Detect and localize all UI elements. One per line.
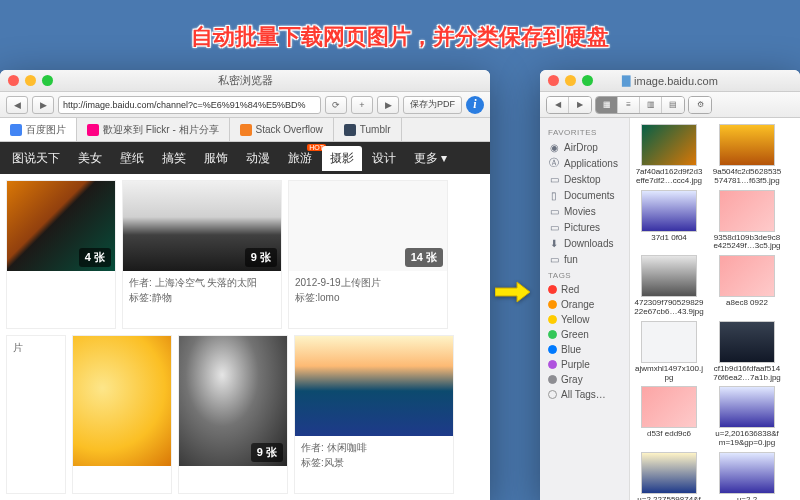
close-icon[interactable] [548, 75, 559, 86]
back-button[interactable]: ◀ [6, 96, 28, 114]
arrow-icon [495, 280, 530, 304]
sidebar-item-pictures[interactable]: ▭Pictures [544, 219, 625, 235]
card-meta: 片 [7, 336, 65, 359]
gallery-card[interactable]: 4 张 [6, 180, 116, 329]
sidebar-item-applications[interactable]: ⒶApplications [544, 155, 625, 171]
tag-item[interactable]: Orange [544, 297, 625, 312]
sidebar-item-downloads[interactable]: ⬇Downloads [544, 235, 625, 251]
file-name: d53f edd9c6 [634, 430, 704, 439]
url-field[interactable]: http://image.baidu.com/channel?c=%E6%91%… [58, 96, 321, 114]
cat-item[interactable]: 美女 [70, 146, 110, 171]
favicon-icon [240, 124, 252, 136]
file-item[interactable]: 9a504fc2d5628535574781…f63f5.jpg [712, 124, 782, 186]
file-thumbnail [719, 386, 775, 428]
forward-button[interactable]: ▶ [32, 96, 54, 114]
tab-tumblr[interactable]: Tumblr [334, 118, 402, 141]
count-badge: 4 张 [79, 248, 111, 267]
sidebar-item-airdrop[interactable]: ◉AirDrop [544, 139, 625, 155]
sidebar-item-movies[interactable]: ▭Movies [544, 203, 625, 219]
cat-item[interactable]: 服饰 [196, 146, 236, 171]
cat-item[interactable]: 动漫 [238, 146, 278, 171]
arrange-segment[interactable]: ⚙ [688, 96, 712, 114]
zoom-icon[interactable] [582, 75, 593, 86]
file-item[interactable]: u=2,227559874&fm=19&gp=0.jpg [634, 452, 704, 500]
info-icon[interactable]: i [466, 96, 484, 114]
gallery-card[interactable]: 片 [6, 335, 66, 494]
cat-item[interactable]: 搞笑 [154, 146, 194, 171]
tag-dot-icon [548, 315, 557, 324]
tab-label: Stack Overflow [256, 124, 323, 135]
forward-icon[interactable]: ▶ [569, 97, 591, 113]
sidebar-item-fun[interactable]: ▭fun [544, 251, 625, 267]
thumbnail [295, 336, 453, 436]
finder-sidebar: FAVORITES ◉AirDrop ⒶApplications ▭Deskto… [540, 118, 630, 500]
gallery-card[interactable]: 14 张 2012-9-19上传图片标签:lomo [288, 180, 448, 329]
downloads-icon: ⬇ [548, 237, 560, 249]
gallery-card[interactable]: 9 张 [178, 335, 288, 494]
sidebar-item-documents[interactable]: ▯Documents [544, 187, 625, 203]
tag-item[interactable]: Green [544, 327, 625, 342]
close-icon[interactable] [8, 75, 19, 86]
file-item[interactable]: cf1b9d16fdfaaf51476f6ea2…7a1b.jpg [712, 321, 782, 383]
tag-item[interactable]: Red [544, 282, 625, 297]
thumbnail: 14 张 [289, 181, 447, 271]
cat-item[interactable]: 壁纸 [112, 146, 152, 171]
tab-baidu[interactable]: 百度图片 [0, 118, 77, 141]
favicon-icon [87, 124, 99, 136]
view-segment[interactable]: ▦≡▥▤ [595, 96, 685, 114]
file-item[interactable]: d53f edd9c6 [634, 386, 704, 448]
reload-button[interactable]: ⟳ [325, 96, 347, 114]
favicon-icon [10, 124, 22, 136]
file-item[interactable]: 7af40ad162d9f2d3effe7df2…ccc4.jpg [634, 124, 704, 186]
arrange-icon[interactable]: ⚙ [689, 97, 711, 113]
file-item[interactable]: a8ec8 0922 [712, 255, 782, 317]
tag-item[interactable]: Blue [544, 342, 625, 357]
cat-item-active[interactable]: 摄影 [322, 146, 362, 171]
file-thumbnail [641, 190, 697, 232]
tag-item[interactable]: Gray [544, 372, 625, 387]
column-view-icon[interactable]: ▥ [640, 97, 662, 113]
tab-flickr[interactable]: 歡迎來到 Flickr - 相片分享 [77, 118, 230, 141]
tag-item[interactable]: Purple [544, 357, 625, 372]
file-thumbnail [719, 190, 775, 232]
tab-stackoverflow[interactable]: Stack Overflow [230, 118, 334, 141]
coverflow-view-icon[interactable]: ▤ [662, 97, 684, 113]
card-meta: 2012-9-19上传图片标签:lomo [289, 271, 447, 309]
sidebar-item-desktop[interactable]: ▭Desktop [544, 171, 625, 187]
tag-dot-icon [548, 300, 557, 309]
icon-view-icon[interactable]: ▦ [596, 97, 618, 113]
list-view-icon[interactable]: ≡ [618, 97, 640, 113]
file-item[interactable]: 472309f79052982922e67cb6…43.9jpg [634, 255, 704, 317]
cat-more[interactable]: 更多 ▾ [406, 146, 455, 171]
tab-label: Tumblr [360, 124, 391, 135]
traffic-lights[interactable] [8, 75, 53, 86]
cat-item[interactable]: 图说天下 [4, 146, 68, 171]
gallery-card[interactable]: 作者: 休闲咖啡标签:风景 [294, 335, 454, 494]
tag-item[interactable]: Yellow [544, 312, 625, 327]
save-pdf-button[interactable]: 保存为PDF [403, 96, 462, 114]
zoom-icon[interactable] [42, 75, 53, 86]
traffic-lights[interactable] [548, 75, 593, 86]
media-button[interactable]: ▶︎ [377, 96, 399, 114]
file-item[interactable]: u=2,2 [712, 452, 782, 500]
file-item[interactable]: ajwmxhl1497x100.jpg [634, 321, 704, 383]
minimize-icon[interactable] [565, 75, 576, 86]
cat-item[interactable]: 设计 [364, 146, 404, 171]
file-name: cf1b9d16fdfaaf51476f6ea2…7a1b.jpg [712, 365, 782, 383]
applications-icon: Ⓐ [548, 157, 560, 169]
nav-segment[interactable]: ◀▶ [546, 96, 592, 114]
cat-item[interactable]: 旅游HOT [280, 146, 320, 171]
file-item[interactable]: u=2,201636838&fm=19&gp=0.jpg [712, 386, 782, 448]
minimize-icon[interactable] [25, 75, 36, 86]
gallery-card[interactable] [72, 335, 172, 494]
file-thumbnail [641, 255, 697, 297]
tag-item[interactable]: All Tags… [544, 387, 625, 402]
movies-icon: ▭ [548, 205, 560, 217]
finder-window: ▇image.baidu.com ◀▶ ▦≡▥▤ ⚙ FAVORITES ◉Ai… [540, 70, 800, 500]
add-button[interactable]: + [351, 96, 373, 114]
count-badge: 9 张 [245, 248, 277, 267]
back-icon[interactable]: ◀ [547, 97, 569, 113]
file-item[interactable]: 37d1 0f04 [634, 190, 704, 252]
file-item[interactable]: 9358d109b3de9c8e425249f…3c5.jpg [712, 190, 782, 252]
gallery-card[interactable]: 9 张 作者: 上海冷空气 失落的太阳标签:静物 [122, 180, 282, 329]
